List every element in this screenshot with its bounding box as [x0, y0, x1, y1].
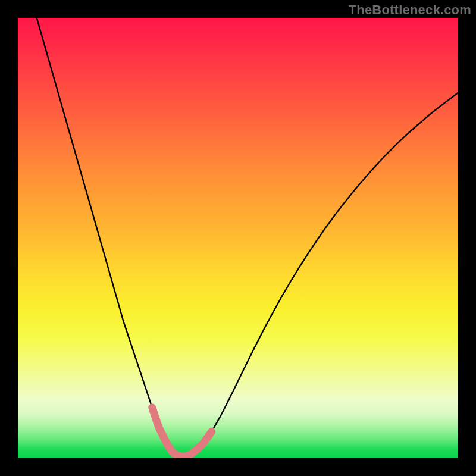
- chart-frame: TheBottleneck.com: [0, 0, 476, 476]
- curve-highlight: [152, 408, 212, 456]
- curve-path: [18, 18, 458, 456]
- plot-area: [18, 18, 458, 458]
- bottleneck-curve: [18, 18, 458, 458]
- watermark-text: TheBottleneck.com: [349, 2, 471, 18]
